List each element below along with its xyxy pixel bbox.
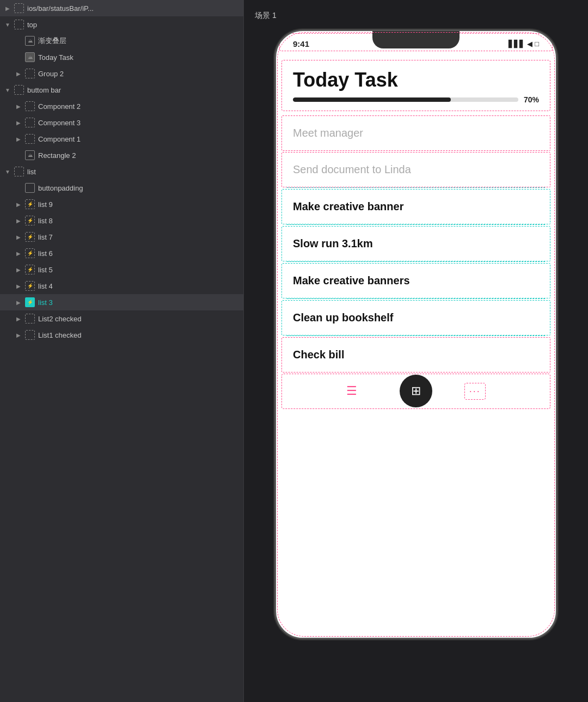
list1-checked-icon bbox=[25, 330, 35, 340]
list6-label: list 6 bbox=[38, 249, 53, 258]
signal-icon: ▋▋▋ bbox=[509, 40, 525, 48]
component2-icon bbox=[25, 101, 35, 111]
list4-label: list 4 bbox=[38, 282, 53, 290]
sidebar: ios/bar/statusBar/iP...top渐变叠层Today Task… bbox=[0, 0, 244, 702]
buttom-bar-icon bbox=[14, 85, 24, 95]
scene-label: 场景 1 bbox=[255, 11, 577, 21]
tree-arrow-icon bbox=[15, 103, 22, 109]
today-task-layer-label: Today Task bbox=[38, 53, 74, 62]
list-item-text: Make creative banner bbox=[293, 200, 403, 212]
today-task-layer-icon bbox=[25, 52, 35, 62]
list-item[interactable]: Make creative banner bbox=[281, 189, 550, 224]
sidebar-item-buttonpadding[interactable]: buttonpadding bbox=[0, 180, 243, 196]
list3-label: list 3 bbox=[38, 298, 53, 307]
progress-row: 70% bbox=[293, 95, 539, 104]
main-area: 场景 1 9:41 ▋▋▋ ◀ □ Today Task bbox=[244, 0, 588, 702]
ios-status-bar-icon bbox=[14, 3, 24, 13]
phone-content: Today Task 70% Meet manager bbox=[276, 51, 556, 409]
sidebar-item-list8[interactable]: ⚡list 8 bbox=[0, 212, 243, 229]
fab-button[interactable]: ⊞ bbox=[400, 375, 432, 407]
teal-divider bbox=[287, 187, 545, 188]
teal-divider bbox=[287, 261, 545, 262]
status-icons: ▋▋▋ ◀ □ bbox=[509, 40, 539, 48]
sidebar-item-ios-status-bar[interactable]: ios/bar/statusBar/iP... bbox=[0, 0, 243, 16]
component3-icon bbox=[25, 118, 35, 127]
sidebar-item-component2[interactable]: Component 2 bbox=[0, 98, 243, 114]
tree-arrow-icon bbox=[15, 250, 22, 257]
list-item[interactable]: Meet manager bbox=[281, 115, 550, 151]
component2-label: Component 2 bbox=[38, 102, 81, 111]
sidebar-item-gradient-layer[interactable]: 渐变叠层 bbox=[0, 33, 243, 49]
list1-checked-label: List1 checked bbox=[38, 331, 82, 339]
group2-icon bbox=[25, 69, 35, 78]
teal-divider bbox=[287, 335, 545, 336]
teal-divider bbox=[287, 298, 545, 299]
tree-arrow-icon bbox=[15, 70, 22, 77]
tree-arrow-icon bbox=[15, 119, 22, 126]
status-time: 9:41 bbox=[293, 39, 309, 48]
rectangle2-icon bbox=[25, 150, 35, 160]
battery-icon: □ bbox=[535, 40, 539, 48]
list-item[interactable]: Check bill bbox=[281, 337, 550, 373]
gradient-layer-icon bbox=[25, 36, 35, 46]
buttonpadding-label: buttonpadding bbox=[38, 184, 83, 192]
list8-icon: ⚡ bbox=[25, 216, 35, 225]
phone-mockup: 9:41 ▋▋▋ ◀ □ Today Task 70% bbox=[274, 29, 558, 639]
list3-icon: ⚡ bbox=[25, 297, 35, 307]
list-item-text: Slow run 3.1km bbox=[293, 237, 373, 249]
sidebar-item-list5[interactable]: ⚡list 5 bbox=[0, 261, 243, 278]
list-item[interactable]: Send document to Linda bbox=[281, 152, 550, 187]
list7-label: list 7 bbox=[38, 233, 53, 241]
sidebar-item-buttom-bar[interactable]: buttom bar bbox=[0, 82, 243, 98]
sidebar-item-list6[interactable]: ⚡list 6 bbox=[0, 245, 243, 261]
tree-arrow-icon bbox=[15, 283, 22, 289]
sidebar-item-list7[interactable]: ⚡list 7 bbox=[0, 229, 243, 245]
tree-arrow-icon bbox=[15, 332, 22, 338]
sidebar-item-list1-checked[interactable]: List1 checked bbox=[0, 327, 243, 343]
phone-container: 9:41 ▋▋▋ ◀ □ Today Task 70% bbox=[255, 29, 577, 691]
sidebar-item-component3[interactable]: Component 3 bbox=[0, 114, 243, 131]
progress-bar-fill bbox=[293, 97, 451, 102]
list2-checked-icon bbox=[25, 314, 35, 323]
menu-icon[interactable]: ☰ bbox=[346, 384, 357, 398]
list5-label: list 5 bbox=[38, 266, 53, 274]
list-item-text: Send document to Linda bbox=[293, 163, 411, 175]
tree-arrow-icon bbox=[4, 87, 11, 93]
sidebar-item-list[interactable]: list bbox=[0, 163, 243, 180]
list-item[interactable]: Slow run 3.1km bbox=[281, 226, 550, 261]
list4-icon: ⚡ bbox=[25, 281, 35, 291]
tree-arrow-icon bbox=[15, 315, 22, 322]
list9-icon: ⚡ bbox=[25, 199, 35, 209]
teal-divider bbox=[287, 224, 545, 225]
buttonpadding-icon bbox=[25, 183, 35, 193]
sidebar-item-group2[interactable]: Group 2 bbox=[0, 65, 243, 82]
sidebar-item-top[interactable]: top bbox=[0, 16, 243, 33]
top-icon bbox=[14, 20, 24, 29]
phone-notch bbox=[372, 31, 460, 48]
top-label: top bbox=[27, 21, 37, 29]
tree-arrow-icon bbox=[15, 217, 22, 224]
list-item-text: Make creative banners bbox=[293, 274, 410, 286]
sidebar-item-list3[interactable]: ⚡list 3 bbox=[0, 294, 243, 310]
sidebar-item-today-task-layer[interactable]: Today Task bbox=[0, 49, 243, 65]
tree-arrow-icon bbox=[15, 266, 22, 273]
progress-pct: 70% bbox=[524, 95, 539, 104]
sidebar-item-component1[interactable]: Component 1 bbox=[0, 131, 243, 147]
list9-label: list 9 bbox=[38, 200, 53, 209]
list-item[interactable]: Clean up bookshelf bbox=[281, 300, 550, 335]
sidebar-item-list4[interactable]: ⚡list 4 bbox=[0, 278, 243, 294]
rectangle2-label: Rectangle 2 bbox=[38, 151, 76, 160]
sidebar-item-list2-checked[interactable]: List2 checked bbox=[0, 310, 243, 327]
progress-bar-bg bbox=[293, 97, 518, 102]
gradient-layer-label: 渐变叠层 bbox=[38, 36, 66, 46]
component1-label: Component 1 bbox=[38, 135, 81, 143]
dots-icon[interactable]: ··· bbox=[464, 383, 486, 400]
component3-label: Component 3 bbox=[38, 119, 81, 127]
sidebar-item-rectangle2[interactable]: Rectangle 2 bbox=[0, 147, 243, 163]
top-section: Today Task 70% bbox=[281, 60, 550, 111]
list-icon bbox=[14, 167, 24, 176]
ios-status-bar-label: ios/bar/statusBar/iP... bbox=[27, 4, 94, 13]
list-item-text: Meet manager bbox=[293, 127, 363, 139]
sidebar-item-list9[interactable]: ⚡list 9 bbox=[0, 196, 243, 212]
list-item[interactable]: Make creative banners bbox=[281, 263, 550, 298]
